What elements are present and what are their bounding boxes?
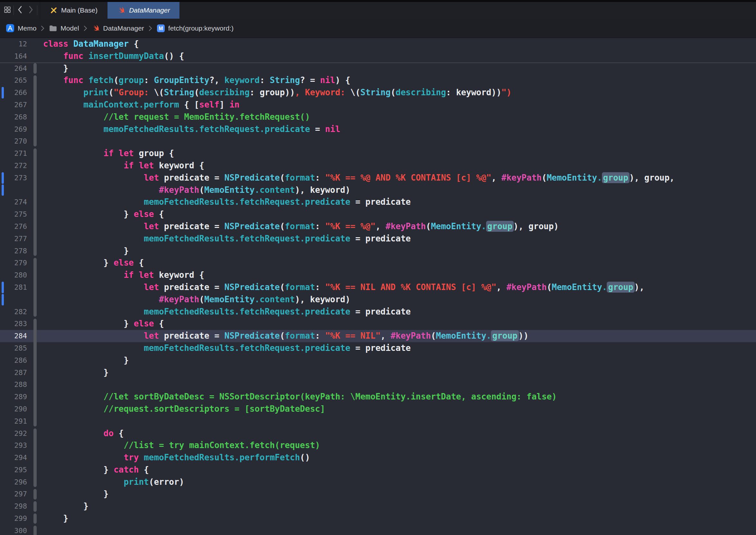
breadcrumb-item-datamanager[interactable]: DataManager: [92, 24, 144, 33]
code-line-wrap[interactable]: #keyPath(MemoEntity.content), keyword): [0, 294, 756, 306]
code-line-269[interactable]: 269 memoFetchedResults.fetchRequest.pred…: [0, 123, 756, 135]
code-line-285[interactable]: 285 memoFetchedResults.fetchRequest.pred…: [0, 342, 756, 354]
back-button[interactable]: [14, 2, 25, 19]
line-number[interactable]: 289: [0, 391, 31, 403]
line-number[interactable]: 268: [0, 111, 31, 123]
line-number[interactable]: 270: [0, 135, 31, 148]
line-number[interactable]: 269: [0, 123, 31, 135]
line-number[interactable]: 12: [0, 38, 31, 50]
code-line-265[interactable]: 265 func fetch(group: GroupEntity?, keyw…: [0, 74, 756, 87]
breadcrumb-item-memo[interactable]: Memo: [6, 24, 36, 33]
line-number[interactable]: 284: [0, 330, 31, 342]
code-line-268[interactable]: 268 //let request = MemoEntity.fetchRequ…: [0, 111, 756, 123]
line-number[interactable]: 164: [0, 50, 31, 63]
code-line-275[interactable]: 275 } else {: [0, 208, 756, 220]
fold-ribbon[interactable]: [31, 525, 39, 535]
fold-ribbon[interactable]: [31, 294, 39, 306]
line-number[interactable]: 275: [0, 208, 31, 220]
fold-ribbon[interactable]: [31, 87, 39, 99]
breadcrumb-item-fetch-group-keyword[interactable]: Mfetch(group:keyword:): [157, 24, 233, 33]
fold-ribbon[interactable]: [31, 464, 39, 476]
fold-ribbon[interactable]: [31, 148, 39, 160]
fold-ribbon[interactable]: [31, 257, 39, 269]
line-number[interactable]: 279: [0, 257, 31, 269]
fold-ribbon[interactable]: [31, 488, 39, 500]
line-number[interactable]: 274: [0, 196, 31, 208]
line-number[interactable]: 277: [0, 233, 31, 245]
line-number[interactable]: 273: [0, 172, 31, 184]
code-line-wrap[interactable]: #keyPath(MemoEntity.content), keyword): [0, 184, 756, 196]
code-line-270[interactable]: 270: [0, 135, 756, 148]
fold-ribbon[interactable]: [31, 318, 39, 330]
fold-ribbon[interactable]: [31, 220, 39, 233]
tab-main-base[interactable]: Main (Base): [40, 2, 107, 19]
line-number[interactable]: 297: [0, 488, 31, 500]
line-number[interactable]: 281: [0, 281, 31, 294]
code-line-267[interactable]: 267 mainContext.perform { [self] in: [0, 99, 756, 111]
code-line-297[interactable]: 297 }: [0, 488, 756, 500]
line-number[interactable]: 299: [0, 513, 31, 525]
line-number[interactable]: 271: [0, 148, 31, 160]
line-number[interactable]: 285: [0, 342, 31, 354]
code-line-296[interactable]: 296 print(error): [0, 476, 756, 488]
fold-ribbon[interactable]: [31, 428, 39, 440]
fold-ribbon[interactable]: [31, 403, 39, 415]
fold-ribbon[interactable]: [31, 123, 39, 135]
code-line-298[interactable]: 298 }: [0, 500, 756, 513]
fold-ribbon[interactable]: [31, 476, 39, 488]
line-number[interactable]: 283: [0, 318, 31, 330]
fold-ribbon[interactable]: [31, 379, 39, 391]
fold-ribbon[interactable]: [31, 439, 39, 452]
code-line-288[interactable]: 288: [0, 379, 756, 391]
breadcrumb-item-model[interactable]: Model: [49, 24, 79, 32]
line-number[interactable]: 264: [0, 63, 31, 75]
line-number[interactable]: 293: [0, 439, 31, 452]
line-number[interactable]: 295: [0, 464, 31, 476]
fold-ribbon[interactable]: [31, 135, 39, 148]
code-line-266[interactable]: 266 print("Group: \(String(describing: g…: [0, 87, 756, 99]
code-line-284[interactable]: 284 let predicate = NSPredicate(format: …: [0, 330, 756, 342]
line-number[interactable]: [0, 294, 31, 306]
fold-ribbon[interactable]: [31, 281, 39, 294]
code-line-273[interactable]: 273 let predicate = NSPredicate(format: …: [0, 172, 756, 184]
fold-ribbon[interactable]: [31, 513, 39, 525]
code-line-12[interactable]: 12class DataManager {: [0, 38, 756, 50]
fold-ribbon[interactable]: [31, 74, 39, 87]
code-line-276[interactable]: 276 let predicate = NSPredicate(format: …: [0, 220, 756, 233]
code-line-292[interactable]: 292 do {: [0, 428, 756, 440]
fold-ribbon[interactable]: [31, 63, 39, 75]
code-line-281[interactable]: 281 let predicate = NSPredicate(format: …: [0, 281, 756, 294]
tab-datamanager[interactable]: DataManager: [107, 2, 180, 19]
line-number[interactable]: 294: [0, 452, 31, 464]
fold-ribbon[interactable]: [31, 196, 39, 208]
line-number[interactable]: [0, 184, 31, 196]
fold-ribbon[interactable]: [31, 50, 39, 63]
fold-ribbon[interactable]: [31, 306, 39, 318]
code-line-290[interactable]: 290 //request.sortDescriptors = [sortByD…: [0, 403, 756, 415]
line-number[interactable]: 272: [0, 160, 31, 172]
line-number[interactable]: 278: [0, 245, 31, 257]
line-number[interactable]: 300: [0, 525, 31, 535]
line-number[interactable]: 282: [0, 306, 31, 318]
line-number[interactable]: 286: [0, 354, 31, 367]
line-number[interactable]: 265: [0, 74, 31, 87]
fold-ribbon[interactable]: [31, 367, 39, 379]
code-line-279[interactable]: 279 } else {: [0, 257, 756, 269]
code-line-278[interactable]: 278 }: [0, 245, 756, 257]
fold-ribbon[interactable]: [31, 452, 39, 464]
line-number[interactable]: 292: [0, 428, 31, 440]
code-line-277[interactable]: 277 memoFetchedResults.fetchRequest.pred…: [0, 233, 756, 245]
code-line-283[interactable]: 283 } else {: [0, 318, 756, 330]
fold-ribbon[interactable]: [31, 208, 39, 220]
code-line-289[interactable]: 289 //let sortByDateDesc = NSSortDescrip…: [0, 391, 756, 403]
fold-ribbon[interactable]: [31, 391, 39, 403]
code-line-300[interactable]: 300: [0, 525, 756, 535]
code-line-271[interactable]: 271 if let group {: [0, 148, 756, 160]
fold-ribbon[interactable]: [31, 415, 39, 428]
line-number[interactable]: 288: [0, 379, 31, 391]
line-number[interactable]: 287: [0, 367, 31, 379]
line-number[interactable]: 280: [0, 269, 31, 281]
forward-button[interactable]: [25, 2, 36, 19]
code-line-282[interactable]: 282 memoFetchedResults.fetchRequest.pred…: [0, 306, 756, 318]
code-line-291[interactable]: 291: [0, 415, 756, 428]
